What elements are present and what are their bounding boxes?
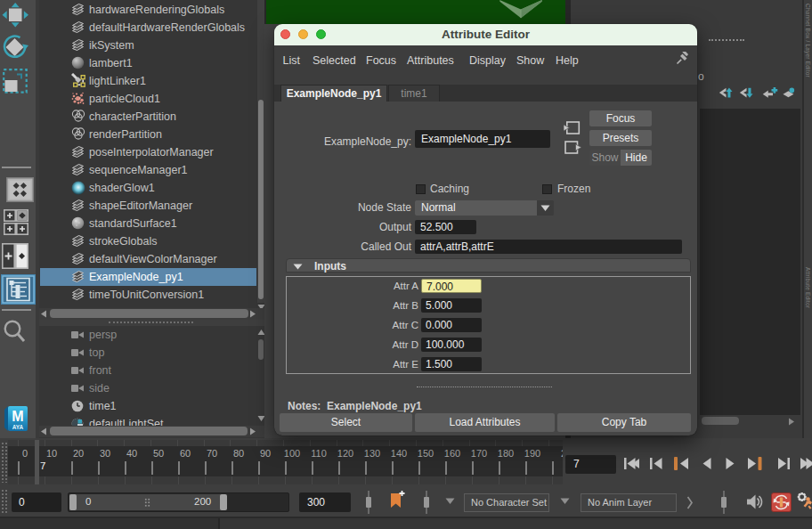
svg-text:M: M bbox=[12, 409, 23, 424]
svg-text:AYA: AYA bbox=[12, 424, 24, 430]
